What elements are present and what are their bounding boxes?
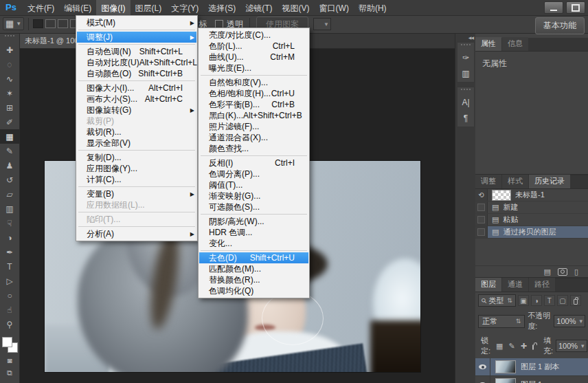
eraser-tool[interactable]: ▱ — [0, 187, 19, 201]
image-menu-item-10[interactable]: 图像旋转(G)▶ — [77, 105, 196, 116]
workspace-switcher-button[interactable]: 基本功能 — [535, 17, 585, 34]
properties-tab-1[interactable]: 信息 — [502, 37, 528, 51]
adjust-menu-item-23[interactable]: 去色(D)Shift+Ctrl+U — [199, 252, 308, 263]
adjust-menu-item-9[interactable]: 照片滤镜(F)... — [199, 121, 308, 132]
history-source-checkbox[interactable] — [477, 228, 485, 236]
menubar-item-5[interactable]: 选择(S) — [203, 0, 240, 15]
panel-grip[interactable] — [5, 35, 14, 41]
layer-thumbnail[interactable] — [495, 360, 516, 373]
delete-state-icon[interactable]: ▯ — [574, 267, 578, 276]
expand-panels-icon[interactable]: ◀◀ — [455, 33, 476, 41]
layer-visibility-toggle[interactable] — [475, 358, 490, 375]
layer-filter-type-select[interactable]: ⚲ 类型 ⇅ — [478, 294, 516, 307]
adjust-menu-item-11[interactable]: 颜色查找... — [199, 143, 308, 154]
menubar-item-4[interactable]: 文字(Y) — [166, 0, 203, 15]
layer-thumbnail[interactable] — [495, 378, 516, 383]
zoom-tool[interactable]: ⚲ — [0, 317, 19, 331]
image-menu-item-12[interactable]: 裁切(R)... — [77, 127, 196, 138]
adjust-menu-item-16[interactable]: 渐变映射(G)... — [199, 190, 308, 201]
new-snapshot-icon[interactable] — [558, 268, 567, 276]
history-brush-source-cell[interactable] — [475, 214, 488, 226]
lock-image-pixels-icon[interactable]: ✎ — [508, 342, 514, 351]
adjust-menu-item-7[interactable]: 色彩平衡(B)...Ctrl+B — [199, 99, 308, 110]
image-menu-item-5[interactable]: 自动对比度(U)Alt+Shift+Ctrl+L — [77, 57, 196, 68]
brush-panel-icon[interactable]: ✑ — [457, 50, 474, 65]
layer-visibility-toggle[interactable] — [475, 376, 490, 383]
lasso-tool[interactable]: ∿ — [0, 72, 19, 86]
tool-preset-picker[interactable]: ▦▼ — [3, 17, 24, 30]
maximize-button[interactable] — [566, 1, 585, 14]
adjust-menu-item-26[interactable]: 色调均化(Q) — [199, 285, 308, 296]
quick-mask-button[interactable]: ◙ — [0, 354, 19, 366]
adjust-menu-item-15[interactable]: 阈值(T)... — [199, 179, 308, 190]
history-brush-source-cell[interactable]: ⟲ — [475, 189, 488, 201]
filter-smart-objects-icon[interactable] — [570, 295, 581, 306]
add-selection-mode-button[interactable] — [45, 19, 56, 28]
adjust-menu-item-6[interactable]: 色相/饱和度(H)...Ctrl+U — [199, 88, 308, 99]
history-brush-source-cell[interactable] — [475, 226, 488, 238]
history-step-row[interactable]: ▤通过拷贝的图层 — [475, 226, 588, 239]
lock-all-icon[interactable] — [532, 344, 534, 350]
layer-row[interactable]: 图层 1 副本 — [475, 358, 588, 376]
new-selection-mode-button[interactable] — [33, 19, 43, 28]
image-menu-item-24[interactable]: 分析(A)▶ — [77, 228, 196, 239]
menubar-item-0[interactable]: 文件(F) — [23, 0, 59, 15]
menubar-item-1[interactable]: 编辑(E) — [59, 0, 96, 15]
image-menu-item-15[interactable]: 复制(D)... — [77, 152, 196, 163]
menubar-item-2[interactable]: 图像(I) — [96, 0, 130, 15]
panel-grip[interactable] — [461, 44, 471, 48]
subtract-selection-mode-button[interactable] — [58, 19, 68, 28]
image-menu-item-17[interactable]: 计算(C)... — [77, 174, 196, 185]
history-brush-tool[interactable]: ↺ — [0, 173, 19, 187]
path-select-tool[interactable]: ▷ — [0, 274, 19, 288]
history-snapshot-row[interactable]: ⟲ 未标题-1 — [475, 189, 588, 201]
shape-tool[interactable]: ○ — [0, 288, 19, 303]
foreground-color-swatch[interactable] — [2, 337, 12, 347]
minimize-button[interactable] — [544, 1, 563, 14]
lock-transparent-pixels-icon[interactable]: ▦ — [496, 342, 503, 351]
adjust-menu-item-19[interactable]: 阴影/高光(W)... — [199, 216, 308, 227]
type-tool[interactable]: T — [0, 259, 19, 274]
layers-tab-2[interactable]: 路径 — [529, 278, 555, 292]
screen-mode-button[interactable]: ⧉ — [0, 366, 19, 379]
gradient-tool[interactable]: ▥ — [0, 201, 19, 216]
menubar-item-9[interactable]: 帮助(H) — [354, 0, 392, 15]
adjust-menu-item-25[interactable]: 替换颜色(R)... — [199, 274, 308, 285]
layers-tab-0[interactable]: 图层 — [475, 278, 501, 292]
eyedropper-tool[interactable]: ✐ — [0, 115, 19, 129]
marquee-tool[interactable]: ◌ — [0, 57, 19, 72]
adjust-menu-item-5[interactable]: 自然饱和度(V)... — [199, 77, 308, 88]
menubar-item-8[interactable]: 窗口(W) — [315, 0, 354, 15]
filter-shape-layers-icon[interactable]: ▢ — [557, 295, 568, 306]
paragraph-panel-icon[interactable]: ¶ — [457, 110, 474, 126]
filter-pixel-layers-icon[interactable]: ▣ — [518, 295, 529, 306]
clone-source-panel-icon[interactable]: ▥ — [457, 65, 474, 81]
menubar-item-3[interactable]: 图层(L) — [131, 0, 167, 15]
image-menu-item-2[interactable]: 调整(J)▶ — [77, 32, 196, 43]
layers-tab-1[interactable]: 通道 — [502, 278, 528, 292]
adjust-menu-item-24[interactable]: 匹配颜色(M)... — [199, 263, 308, 274]
adjust-menu-item-8[interactable]: 黑白(K)...Alt+Shift+Ctrl+B — [199, 110, 308, 121]
image-menu-item-13[interactable]: 显示全部(V) — [77, 138, 196, 149]
history-tab-0[interactable]: 调整 — [475, 175, 501, 188]
history-step-row[interactable]: ▤新建 — [475, 201, 588, 214]
image-menu-item-4[interactable]: 自动色调(N)Shift+Ctrl+L — [77, 46, 196, 57]
menubar-item-7[interactable]: 视图(V) — [278, 0, 315, 15]
image-menu-item-9[interactable]: 画布大小(S)...Alt+Ctrl+C — [77, 94, 196, 105]
history-source-checkbox[interactable] — [477, 216, 485, 223]
move-tool[interactable]: ✚ — [0, 43, 19, 57]
blend-mode-select[interactable]: 正常⇅ — [478, 315, 525, 328]
magic-wand-tool[interactable]: ✶ — [0, 86, 19, 100]
menubar-item-6[interactable]: 滤镜(T) — [240, 0, 277, 15]
layer-row[interactable]: 图层 1 — [475, 376, 588, 383]
panel-grip[interactable] — [461, 89, 471, 93]
filter-adjustment-layers-icon[interactable]: ◑ — [531, 295, 542, 306]
adjust-menu-item-0[interactable]: 亮度/对比度(C)... — [199, 30, 308, 41]
history-tab-1[interactable]: 样式 — [502, 175, 528, 188]
adjust-menu-item-13[interactable]: 反相(I)Ctrl+I — [199, 157, 308, 168]
image-menu-item-16[interactable]: 应用图像(Y)... — [77, 163, 196, 174]
history-tab-2[interactable]: 历史记录 — [529, 175, 570, 188]
dodge-tool[interactable]: ◑ — [0, 230, 19, 245]
pattern-picker-dropdown[interactable]: ▼ — [313, 18, 331, 30]
adjust-menu-item-20[interactable]: HDR 色调... — [199, 227, 308, 238]
